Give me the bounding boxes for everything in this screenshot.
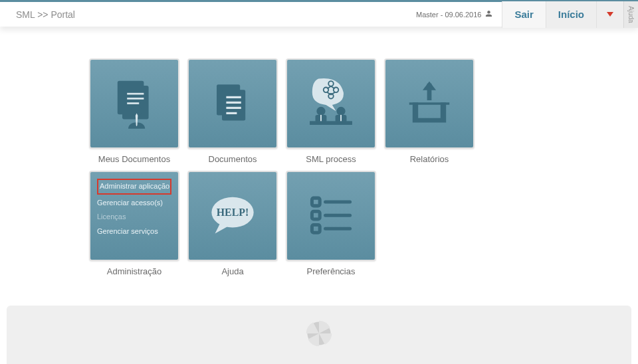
footer <box>7 306 631 364</box>
svg-rect-26 <box>320 115 322 121</box>
svg-rect-4 <box>127 102 139 104</box>
user-info: Master - 09.06.2016 <box>416 10 502 19</box>
user-label: Master - 09.06.2016 <box>416 11 481 19</box>
reports-icon <box>401 76 457 132</box>
svg-point-24 <box>336 107 345 116</box>
svg-rect-8 <box>226 96 241 98</box>
user-icon <box>485 10 492 19</box>
tile-administracao[interactable]: Administrar aplicação Gerenciar acesso(s… <box>89 171 179 261</box>
home-button[interactable]: Início <box>546 1 596 28</box>
svg-rect-11 <box>226 112 237 114</box>
svg-text:HELP!: HELP! <box>217 207 249 218</box>
tile-caption: Preferências <box>307 266 356 276</box>
tile-documentos[interactable] <box>187 58 278 149</box>
svg-rect-2 <box>127 93 144 95</box>
tile-caption: Relatórios <box>410 154 449 164</box>
svg-rect-3 <box>127 98 144 100</box>
svg-point-22 <box>316 107 325 116</box>
tile-cell-documentos: Documentos <box>186 58 279 164</box>
help-strip[interactable]: Ajuda <box>623 1 638 28</box>
tile-caption: Ajuda <box>221 266 243 276</box>
tile-cell-sml-process: SML process <box>284 58 377 164</box>
tile-cell-meus-documentos: Meus Documentos <box>88 58 181 164</box>
dropdown-button[interactable] <box>596 1 623 28</box>
svg-rect-27 <box>340 115 342 121</box>
tile-cell-administracao: Administrar aplicação Gerenciar acesso(s… <box>88 171 181 276</box>
admin-menu-gerenciar-acessos[interactable]: Gerenciar acesso(s) <box>97 196 171 211</box>
help-icon: HELP! <box>203 187 262 245</box>
tile-cell-ajuda: HELP! Ajuda <box>186 171 279 276</box>
preferences-icon <box>303 188 359 244</box>
top-bar: SML >> Portal Master - 09.06.2016 Sair I… <box>0 0 638 27</box>
svg-rect-30 <box>312 198 320 206</box>
admin-menu-gerenciar-servicos[interactable]: Gerenciar serviços <box>97 225 171 239</box>
logout-button[interactable]: Sair <box>502 1 545 28</box>
tile-meus-documentos[interactable] <box>89 58 179 149</box>
tile-caption: Meus Documentos <box>98 154 170 164</box>
caret-down-icon <box>606 11 614 18</box>
svg-rect-32 <box>312 225 320 232</box>
tile-cell-relatorios: Relatórios <box>383 58 476 164</box>
tile-caption: Documentos <box>209 154 257 164</box>
process-icon <box>300 72 362 135</box>
aperture-icon <box>304 319 334 351</box>
tile-relatorios[interactable] <box>384 58 475 149</box>
svg-rect-10 <box>226 107 241 109</box>
tile-caption: SML process <box>306 154 356 164</box>
tile-sml-process[interactable] <box>286 58 376 149</box>
tile-cell-preferencias: Preferências <box>284 171 377 276</box>
tile-ajuda[interactable]: HELP! <box>187 171 278 261</box>
svg-rect-7 <box>222 90 245 120</box>
svg-rect-31 <box>312 211 320 219</box>
user-documents-icon <box>104 74 164 134</box>
breadcrumb: SML >> Portal <box>0 9 75 20</box>
tile-caption: Administração <box>107 266 161 276</box>
svg-rect-9 <box>226 102 241 104</box>
admin-menu-licencas[interactable]: Licenças <box>97 210 171 225</box>
documents-icon <box>206 77 259 130</box>
tile-preferencias[interactable] <box>286 171 376 261</box>
tile-grid: Meus Documentos Documentos <box>0 58 572 276</box>
admin-menu-administrar-aplicacao[interactable]: Administrar aplicação <box>97 179 171 195</box>
